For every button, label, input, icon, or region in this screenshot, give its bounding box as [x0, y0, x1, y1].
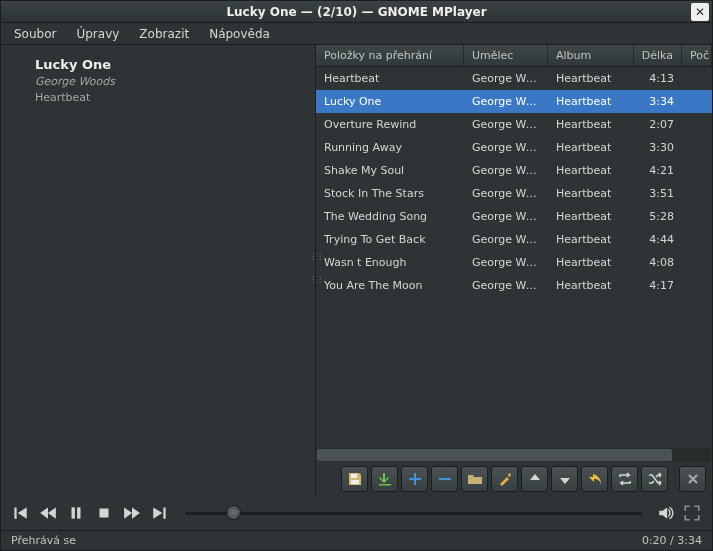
seek-slider[interactable]: [185, 503, 642, 523]
close-playlist-button[interactable]: [679, 466, 706, 492]
cell-title: Wasn t Enough: [316, 256, 464, 269]
svg-rect-6: [100, 509, 109, 518]
cell-artist: George Woods: [464, 256, 548, 269]
playback-time: 0:20 / 3:34: [642, 534, 702, 547]
cell-title: Shake My Soul: [316, 164, 464, 177]
playlist-row[interactable]: Stock In The StarsGeorge WoodsHeartbeat3…: [316, 182, 712, 205]
drag-handle[interactable]: ⋮⋮: [309, 278, 315, 282]
cell-album: Heartbeat: [548, 256, 634, 269]
forward-button[interactable]: [121, 502, 143, 524]
pause-button[interactable]: [65, 502, 87, 524]
cell-length: 3:34: [634, 95, 682, 108]
cell-artist: George Woods: [464, 141, 548, 154]
col-artist[interactable]: Umělec: [464, 45, 548, 66]
cell-artist: George Woods: [464, 118, 548, 131]
col-album[interactable]: Album: [548, 45, 634, 66]
cell-length: 3:30: [634, 141, 682, 154]
add-button[interactable]: [401, 466, 428, 492]
cell-album: Heartbeat: [548, 279, 634, 292]
playback-state: Přehrává se: [11, 534, 76, 547]
col-count[interactable]: Poč: [682, 45, 712, 66]
cell-length: 2:07: [634, 118, 682, 131]
cell-album: Heartbeat: [548, 72, 634, 85]
now-playing-artist: George Woods: [35, 75, 315, 88]
fullscreen-button[interactable]: [682, 503, 702, 523]
cell-title: Heartbeat: [316, 72, 464, 85]
playlist-row[interactable]: Overture RewindGeorge WoodsHeartbeat2:07: [316, 113, 712, 136]
col-length[interactable]: Délka: [634, 45, 682, 66]
cell-title: Overture Rewind: [316, 118, 464, 131]
menu-úpravy[interactable]: Úpravy: [67, 24, 128, 44]
svg-rect-2: [379, 484, 391, 486]
playlist-row[interactable]: Wasn t EnoughGeorge WoodsHeartbeat4:08: [316, 251, 712, 274]
cell-artist: George Woods: [464, 210, 548, 223]
download-button[interactable]: [371, 466, 398, 492]
playlist-row[interactable]: Trying To Get BackGeorge WoodsHeartbeat4…: [316, 228, 712, 251]
cell-album: Heartbeat: [548, 187, 634, 200]
playlist-row[interactable]: Shake My SoulGeorge WoodsHeartbeat4:21: [316, 159, 712, 182]
transport-bar: [1, 496, 712, 530]
playlist-toolbar: [316, 462, 712, 496]
playlist-row[interactable]: Lucky OneGeorge WoodsHeartbeat3:34: [316, 90, 712, 113]
now-playing-sidebar: Lucky One George Woods Heartbeat ⋮⋮ ⋮⋮: [1, 45, 316, 496]
save-playlist-button[interactable]: [341, 466, 368, 492]
volume-button[interactable]: [656, 503, 676, 523]
cell-length: 4:44: [634, 233, 682, 246]
clear-playlist-button[interactable]: [491, 466, 518, 492]
playlist-row[interactable]: The Wedding SongGeorge WoodsHeartbeat5:2…: [316, 205, 712, 228]
statusbar: Přehrává se 0:20 / 3:34: [1, 530, 712, 550]
cell-artist: George Woods: [464, 187, 548, 200]
cell-title: You Are The Moon: [316, 279, 464, 292]
cell-artist: George Woods: [464, 72, 548, 85]
menubar: SouborÚpravyZobrazitNápověda: [1, 23, 712, 45]
svg-rect-1: [351, 480, 359, 484]
cell-artist: George Woods: [464, 233, 548, 246]
svg-rect-0: [351, 474, 357, 478]
cell-length: 4:17: [634, 279, 682, 292]
remove-button[interactable]: [431, 466, 458, 492]
cell-title: Stock In The Stars: [316, 187, 464, 200]
undo-button[interactable]: [581, 466, 608, 492]
move-down-button[interactable]: [551, 466, 578, 492]
cell-album: Heartbeat: [548, 95, 634, 108]
now-playing-title: Lucky One: [35, 57, 315, 72]
playlist-row[interactable]: Running AwayGeorge WoodsHeartbeat3:30: [316, 136, 712, 159]
playlist-row[interactable]: You Are The MoonGeorge WoodsHeartbeat4:1…: [316, 274, 712, 297]
col-title[interactable]: Položky na přehrání: [316, 45, 464, 66]
cell-title: Trying To Get Back: [316, 233, 464, 246]
playlist-hscrollbar[interactable]: [317, 448, 711, 462]
rewind-button[interactable]: [37, 502, 59, 524]
menu-soubor[interactable]: Soubor: [5, 24, 65, 44]
playlist-header[interactable]: Položky na přehrání Umělec Album Délka P…: [316, 45, 712, 67]
svg-rect-4: [72, 507, 75, 518]
cell-length: 5:28: [634, 210, 682, 223]
cell-title: Running Away: [316, 141, 464, 154]
cell-album: Heartbeat: [548, 118, 634, 131]
titlebar[interactable]: Lucky One — (2/10) — GNOME MPlayer ✕: [1, 1, 712, 23]
drag-handle[interactable]: ⋮⋮: [309, 255, 315, 259]
cell-album: Heartbeat: [548, 233, 634, 246]
menu-nápověda[interactable]: Nápověda: [200, 24, 279, 44]
cell-artist: George Woods: [464, 279, 548, 292]
cell-artist: George Woods: [464, 95, 548, 108]
loop-button[interactable]: [611, 466, 638, 492]
cell-album: Heartbeat: [548, 210, 634, 223]
cell-length: 4:08: [634, 256, 682, 269]
cell-title: The Wedding Song: [316, 210, 464, 223]
stop-button[interactable]: [93, 502, 115, 524]
cell-length: 4:13: [634, 72, 682, 85]
svg-rect-3: [439, 478, 451, 480]
move-up-button[interactable]: [521, 466, 548, 492]
next-track-button[interactable]: [149, 502, 171, 524]
menu-zobrazit[interactable]: Zobrazit: [130, 24, 198, 44]
playlist-pane: Položky na přehrání Umělec Album Délka P…: [316, 45, 712, 496]
now-playing-album: Heartbeat: [35, 91, 315, 104]
window-close-button[interactable]: ✕: [691, 3, 709, 21]
cell-artist: George Woods: [464, 164, 548, 177]
playlist-row[interactable]: HeartbeatGeorge WoodsHeartbeat4:13: [316, 67, 712, 90]
cell-album: Heartbeat: [548, 141, 634, 154]
cell-title: Lucky One: [316, 95, 464, 108]
open-folder-button[interactable]: [461, 466, 488, 492]
shuffle-button[interactable]: [641, 466, 668, 492]
prev-track-button[interactable]: [9, 502, 31, 524]
